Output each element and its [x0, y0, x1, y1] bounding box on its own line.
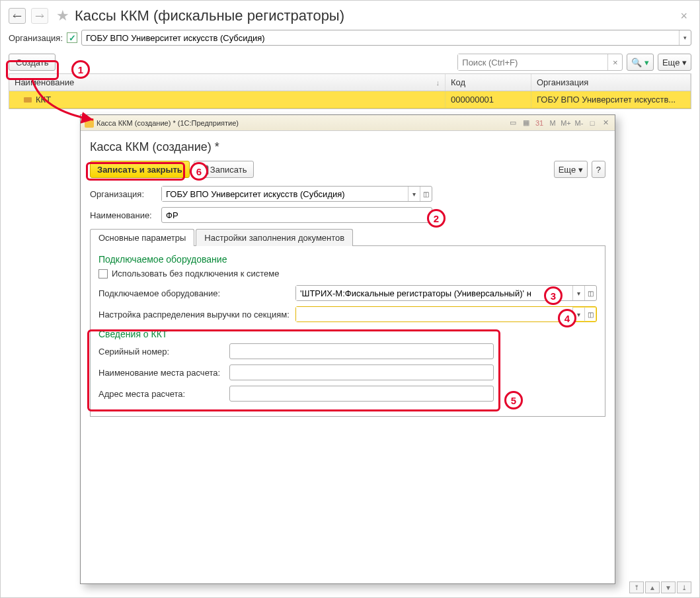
open-external-icon[interactable]: ◫: [584, 307, 596, 321]
tab-main[interactable]: Основные параметры: [90, 229, 194, 246]
dialog-window: Касса ККМ (создание) * (1С:Предприятие) …: [80, 114, 615, 584]
titlebar-doc-icon[interactable]: ▭: [508, 118, 518, 128]
page-title: Кассы ККМ (фискальные регистраторы): [75, 7, 344, 24]
col-code[interactable]: Код: [446, 74, 531, 91]
tab-fill[interactable]: Настройки заполнения документов: [196, 229, 353, 246]
callout-1: 1: [71, 60, 90, 79]
scroll-bottom-icon[interactable]: ⤓: [677, 581, 691, 593]
titlebar-calendar-icon[interactable]: 31: [534, 118, 545, 128]
table-row[interactable]: ККТ 000000001 ГОБУ ВПО Университет искус…: [9, 91, 691, 108]
org-filter-checkbox[interactable]: ✓: [67, 32, 77, 43]
sections-input[interactable]: [296, 307, 572, 321]
offline-checkbox[interactable]: [98, 269, 108, 278]
filter-row: Организация: ✓ ▾: [1, 27, 699, 51]
callout-6: 6: [190, 162, 208, 181]
serial-input[interactable]: [229, 343, 494, 359]
maximize-icon[interactable]: □: [587, 118, 598, 128]
titlebar-calc-icon[interactable]: ▦: [521, 118, 531, 128]
footer-scroll: ⤒ ▲ ▼ ⤓: [629, 581, 691, 593]
close-dialog-icon[interactable]: ✕: [600, 118, 611, 128]
serial-row: Серийный номер:: [98, 343, 597, 359]
dialog-tabs: Основные параметры Настройки заполнения …: [90, 228, 605, 246]
close-icon[interactable]: ×: [676, 9, 691, 23]
dialog-org-input[interactable]: [162, 187, 408, 201]
place-name-label: Наименование места расчета:: [98, 368, 224, 378]
dialog-name-input[interactable]: [161, 207, 432, 223]
cell-code: 000000001: [446, 91, 531, 108]
equipment-label: Подключаемое оборудование:: [98, 288, 290, 298]
callout-4: 4: [558, 309, 576, 327]
list-toolbar: Создать × 🔍 ▾ Еще ▾: [1, 51, 699, 73]
sections-row: Настройка распределения выручки по секци…: [98, 306, 597, 322]
dialog-body: Касса ККМ (создание) * Записать и закрыт…: [81, 131, 615, 583]
place-addr-input[interactable]: [229, 386, 494, 402]
chevron-down-icon[interactable]: ▾: [679, 30, 691, 45]
org-filter-input[interactable]: [82, 30, 679, 45]
offline-checkbox-label: Использовать без подключения к системе: [112, 269, 279, 278]
dialog-titlebar-text: Касса ККМ (создание) * (1С:Предприятие): [97, 119, 239, 127]
sections-label: Настройка распределения выручки по секци…: [98, 310, 290, 320]
scroll-top-icon[interactable]: ⤒: [629, 581, 644, 593]
sections-combo[interactable]: ▾ ◫: [295, 306, 597, 322]
mem-mplus-button[interactable]: M+: [561, 118, 571, 128]
equipment-input[interactable]: [296, 286, 572, 300]
cell-name: ККТ: [36, 95, 51, 105]
back-button[interactable]: 🡐: [9, 8, 26, 24]
dialog-titlebar[interactable]: Касса ККМ (создание) * (1С:Предприятие) …: [81, 115, 615, 131]
dialog-more-button[interactable]: Еще ▾: [554, 161, 588, 178]
chevron-down-icon[interactable]: ▾: [408, 187, 420, 201]
dialog-heading: Касса ККМ (создание) *: [90, 140, 605, 154]
more-button[interactable]: Еще ▾: [658, 54, 691, 71]
callout-5: 5: [504, 391, 523, 409]
section-equipment-title: Подключаемое оборудование: [98, 254, 597, 265]
forward-button[interactable]: 🡒: [31, 8, 48, 24]
dialog-name-label: Наименование:: [90, 210, 156, 220]
place-addr-label: Адрес места расчета:: [98, 389, 224, 399]
app-window: 🡐 🡒 ★ Кассы ККМ (фискальные регистраторы…: [0, 0, 700, 598]
create-button[interactable]: Создать: [9, 54, 56, 71]
callout-2: 2: [427, 209, 446, 228]
help-button[interactable]: ?: [592, 161, 605, 178]
offline-checkbox-row[interactable]: Использовать без подключения к системе: [98, 269, 597, 278]
row-icon: [24, 97, 32, 103]
callout-3: 3: [544, 286, 563, 305]
search-box[interactable]: ×: [457, 54, 623, 71]
open-external-icon[interactable]: ◫: [584, 286, 596, 300]
favorite-icon[interactable]: ★: [56, 7, 69, 24]
section-kkt-title: Сведения о ККТ: [98, 329, 597, 339]
search-input[interactable]: [458, 54, 607, 70]
scroll-up-icon[interactable]: ▲: [645, 581, 660, 593]
cell-org: ГОБУ ВПО Университет искусств...: [531, 91, 691, 108]
app-1c-icon: [85, 118, 94, 128]
open-external-icon[interactable]: ◫: [420, 187, 432, 201]
search-button[interactable]: 🔍 ▾: [627, 54, 654, 71]
org-filter-combo[interactable]: ▾: [81, 30, 691, 46]
col-org[interactable]: Организация: [531, 74, 691, 91]
dialog-name-row: Наименование:: [90, 207, 605, 223]
dialog-org-combo[interactable]: ▾ ◫: [161, 186, 432, 202]
place-name-row: Наименование места расчета:: [98, 364, 597, 380]
place-name-input[interactable]: [229, 364, 494, 380]
dialog-org-row: Организация: ▾ ◫: [90, 186, 605, 202]
header: 🡐 🡒 ★ Кассы ККМ (фискальные регистраторы…: [1, 1, 699, 27]
scroll-down-icon[interactable]: ▼: [661, 581, 676, 593]
save-close-button[interactable]: Записать и закрыть: [90, 161, 190, 178]
dialog-toolbar: Записать и закрыть 💾Записать Еще ▾ ?: [90, 161, 605, 178]
mem-m-button[interactable]: M: [547, 118, 558, 128]
list-table: Наименование↓ Код Организация ККТ 000000…: [9, 73, 691, 109]
chevron-down-icon[interactable]: ▾: [572, 286, 584, 300]
dialog-org-label: Организация:: [90, 189, 156, 199]
org-filter-label: Организация:: [9, 33, 63, 43]
table-header: Наименование↓ Код Организация: [9, 74, 691, 91]
serial-label: Серийный номер:: [98, 347, 224, 357]
tab-main-pane: Подключаемое оборудование Использовать б…: [90, 246, 605, 417]
mem-mminus-button[interactable]: M-: [574, 118, 584, 128]
equipment-row: Подключаемое оборудование: ▾ ◫: [98, 285, 597, 301]
clear-search-icon[interactable]: ×: [607, 54, 622, 70]
